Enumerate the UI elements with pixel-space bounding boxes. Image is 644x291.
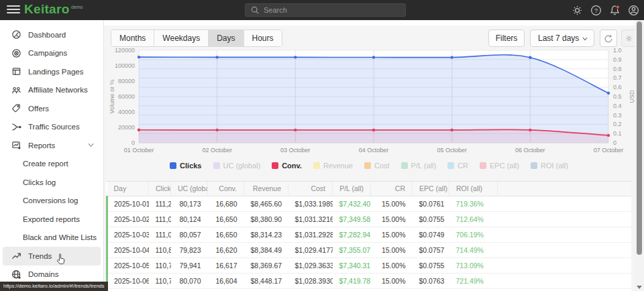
app-logo[interactable]: Keitaro [24, 2, 70, 17]
notification-dot [616, 5, 619, 8]
svg-text:07 October: 07 October [594, 147, 624, 154]
sidebar-item-domains[interactable]: Domains [3, 266, 101, 284]
legend-item-cr[interactable]: CR [447, 162, 468, 170]
tab-months[interactable]: Months [111, 30, 154, 46]
granularity-tabs: MonthsWeekdaysDaysHours [111, 30, 282, 47]
series-area-conv [139, 129, 608, 143]
column-header-roi-all-[interactable]: ROI (all) [449, 182, 498, 196]
legend-item-clicks[interactable]: Clicks [170, 162, 201, 170]
sidebar-item-conversions-log[interactable]: Conversions log [3, 192, 101, 211]
column-header-p-l-all-[interactable]: P/L (all) [333, 182, 371, 196]
sidebar-item-reports[interactable]: Reports [3, 136, 101, 155]
table-cell: 15.00% [371, 196, 413, 211]
sidebar-item-black-and-white-lists[interactable]: Black and White Lists [3, 229, 101, 247]
data-point [215, 129, 218, 131]
table-cell: 80,124 [171, 211, 208, 227]
legend-swatch [313, 162, 320, 169]
legend-label: ROI (all) [541, 162, 568, 170]
table-cell: 721.49% [449, 273, 498, 288]
table-cell: $7,282.94 [333, 227, 371, 242]
legend-swatch [401, 162, 408, 169]
legend-item-uc-global-[interactable]: UC (global) [213, 162, 261, 170]
table-cell: 79,941 [171, 257, 208, 273]
svg-text:1.0: 1.0 [613, 47, 622, 54]
column-header-conv-[interactable]: Conv. [208, 182, 244, 196]
column-header-day[interactable]: Day [107, 182, 149, 196]
domains-icon [11, 270, 21, 280]
table-cell: $1,029.3633 [288, 257, 333, 273]
hamburger-menu-icon[interactable] [7, 5, 20, 15]
search-bar[interactable] [245, 3, 406, 17]
sidebar-item-label: Affiliate Networks [28, 86, 88, 94]
reports-icon [11, 140, 21, 150]
table-cell-filler [498, 288, 632, 291]
legend-item-roi-all-[interactable]: ROI (all) [531, 162, 568, 170]
chart-legend: ClicksUC (global)Conv.RevenueCostP/L (al… [107, 162, 631, 170]
tab-weekdays[interactable]: Weekdays [154, 30, 209, 46]
help-icon[interactable]: ? [590, 4, 602, 17]
sidebar-item-create-report[interactable]: Create report [3, 155, 101, 174]
table-cell: 111,21 [149, 196, 171, 211]
legend-item-epc-all-[interactable]: EPC (all) [480, 162, 519, 170]
table-cell: 16,680 [208, 196, 244, 211]
sidebar-item-label: Domains [28, 270, 58, 278]
column-header-uc-global-[interactable]: UC (global) [171, 182, 208, 196]
table-cell: 712.64% [449, 211, 498, 227]
search-input[interactable] [264, 6, 398, 14]
refresh-button[interactable] [600, 30, 617, 47]
sidebar-item-campaigns[interactable]: Campaigns [3, 44, 101, 63]
column-header-clicks[interactable]: Clicks [149, 182, 171, 196]
column-header-cr[interactable]: CR [371, 182, 413, 196]
sidebar-item-clicks-log[interactable]: Clicks log [3, 173, 101, 192]
settings-gear-icon[interactable] [571, 4, 584, 17]
filters-button[interactable]: Filters [488, 30, 525, 47]
table-cell: $0.0761 [413, 196, 449, 211]
table-cell: 706.19% [449, 227, 498, 242]
tab-hours[interactable]: Hours [244, 30, 282, 46]
notifications-bell-icon[interactable] [608, 4, 621, 17]
column-header-epc-all-[interactable]: EPC (all) [413, 182, 449, 196]
legend-item-cost[interactable]: Cost [364, 162, 390, 170]
sidebar-item-offers[interactable]: Offers [3, 99, 101, 118]
scrollbar-down-arrow[interactable] [637, 286, 642, 289]
trends-icon [11, 251, 21, 261]
sidebar-item-traffic-sources[interactable]: Traffic Sources [3, 118, 101, 137]
scrollbar-thumb[interactable] [637, 21, 642, 255]
table-cell: 714.49% [449, 242, 498, 257]
table-cell: 2025-10-05 [107, 257, 149, 273]
table-cell: $8,448.17 [244, 273, 288, 288]
svg-text:0.8: 0.8 [613, 66, 622, 72]
svg-text:100000: 100000 [115, 62, 135, 69]
chart-settings-button[interactable] [621, 30, 636, 47]
sidebar-item-label: Exported reports [23, 215, 80, 223]
offers-icon [11, 103, 21, 113]
table-cell: $7,419.78 [333, 273, 371, 288]
sidebar-item-dashboard[interactable]: Dashboard [3, 25, 101, 44]
profile-avatar-icon[interactable] [627, 4, 640, 17]
column-header-cost[interactable]: Cost [288, 182, 333, 196]
legend-swatch [213, 162, 220, 169]
sidebar-item-landings-pages[interactable]: Landings Pages [3, 62, 101, 81]
data-point [215, 56, 218, 58]
app-window: Keitaro demo ? [0, 0, 644, 291]
svg-text:02 October: 02 October [202, 147, 232, 154]
sidebar-item-affiliate-networks[interactable]: Affiliate Networks [3, 81, 101, 100]
svg-text:0.5: 0.5 [613, 93, 622, 100]
date-range-select[interactable]: Last 7 days [530, 30, 594, 47]
svg-text:0.1: 0.1 [613, 130, 622, 137]
table-cell: 80,057 [171, 227, 208, 242]
table-cell: 16,650 [208, 227, 244, 242]
data-point [607, 92, 610, 95]
table-cell: 2025-10-01 [107, 196, 149, 211]
legend-item-conv-[interactable]: Conv. [272, 162, 302, 170]
legend-item-revenue[interactable]: Revenue [313, 162, 353, 170]
tab-days[interactable]: Days [209, 30, 244, 46]
data-point [450, 129, 453, 131]
table-cell: $0.0757 [413, 242, 449, 257]
sidebar-item-trends[interactable]: Trends [3, 247, 101, 266]
column-header-revenue[interactable]: Revenue [244, 182, 288, 196]
legend-item-p-l-all-[interactable]: P/L (all) [401, 162, 437, 170]
table-cell: 16,650 [208, 211, 244, 227]
table-cell: 15.00% [371, 288, 413, 291]
sidebar-item-exported-reports[interactable]: Exported reports [3, 210, 101, 229]
